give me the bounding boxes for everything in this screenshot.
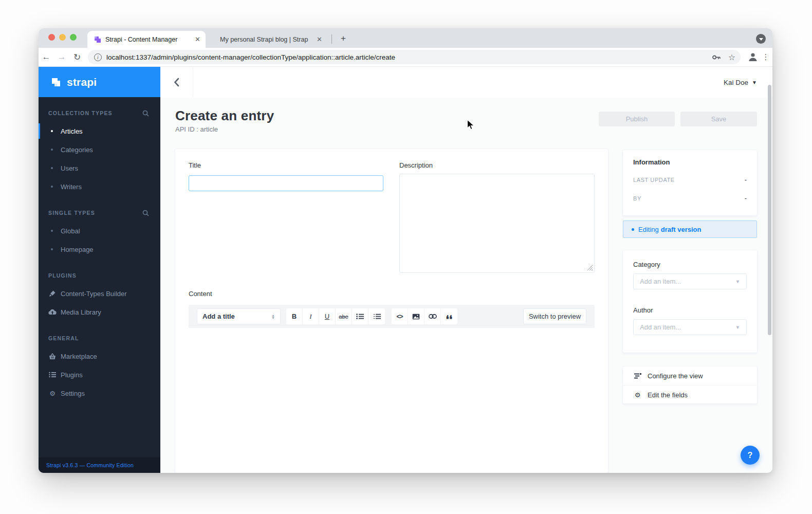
sidebar-item-marketplace[interactable]: Marketplace bbox=[39, 347, 160, 365]
screen: { "window": { "tabs": [ { "title": "Stra… bbox=[0, 0, 812, 514]
password-key-icon[interactable] bbox=[712, 54, 721, 60]
tab-strapi-blog[interactable]: My personal Strapi blog | Strap ✕ bbox=[209, 31, 327, 48]
list-icon bbox=[48, 372, 57, 378]
back-button[interactable] bbox=[160, 67, 193, 98]
tab-strapi-content-manager[interactable]: Strapi - Content Manager ✕ bbox=[87, 31, 206, 48]
layout-sliders-icon bbox=[634, 373, 641, 379]
editor-body[interactable] bbox=[189, 328, 595, 473]
edit-fields-link[interactable]: ⚙ Edit the fields bbox=[623, 386, 757, 404]
section-collection-types: COLLECTION TYPES bbox=[39, 109, 160, 117]
browser-menu-icon[interactable]: ⋮ bbox=[759, 52, 772, 62]
close-window-button[interactable] bbox=[48, 34, 55, 41]
bold-button[interactable]: B bbox=[286, 308, 303, 324]
gear-icon: ⚙ bbox=[48, 390, 57, 397]
tab-close-icon[interactable]: ✕ bbox=[195, 35, 200, 43]
by-row: BY - bbox=[633, 194, 747, 202]
sidebar-item-content-types-builder[interactable]: Content-Types Builder bbox=[39, 284, 160, 303]
page-subtitle: API ID : article bbox=[175, 125, 274, 133]
forward-icon[interactable]: → bbox=[54, 52, 69, 62]
sidebar-item-label: Homepage bbox=[61, 246, 94, 253]
address-bar[interactable]: i localhost:1337/admin/plugins/content-m… bbox=[88, 50, 741, 64]
search-icon[interactable] bbox=[142, 210, 149, 216]
category-label: Category bbox=[633, 261, 660, 268]
sidebar-item-settings[interactable]: ⚙ Settings bbox=[39, 384, 160, 402]
sidebar-item-users[interactable]: Users bbox=[39, 159, 160, 177]
switch-to-preview-button[interactable]: Switch to preview bbox=[523, 308, 586, 324]
ordered-list-button[interactable] bbox=[368, 308, 385, 324]
section-heading: COLLECTION TYPES bbox=[48, 110, 113, 116]
entry-form-card: Title Description Content Add a title ▲▼… bbox=[175, 149, 608, 473]
search-icon[interactable] bbox=[142, 110, 149, 117]
strapi-logo-text: strapi bbox=[67, 76, 97, 88]
profile-avatar-icon[interactable] bbox=[747, 51, 759, 63]
category-placeholder: Add an item... bbox=[640, 278, 681, 285]
link-label: Edit the fields bbox=[648, 391, 688, 399]
sidebar-item-label: Writers bbox=[61, 183, 82, 191]
category-select[interactable]: Add an item... ▼ bbox=[633, 273, 747, 289]
new-tab-button[interactable]: + bbox=[337, 32, 350, 45]
tab-close-icon[interactable]: ✕ bbox=[317, 35, 322, 43]
tab-divider bbox=[331, 34, 332, 44]
strapi-favicon bbox=[94, 36, 101, 43]
title-label: Title bbox=[189, 161, 201, 169]
bullet-icon bbox=[51, 186, 53, 188]
heading-select-value: Add a title bbox=[202, 313, 235, 320]
italic-button[interactable]: I bbox=[303, 308, 319, 324]
sidebar-item-global[interactable]: Global bbox=[39, 222, 160, 240]
scrollbar-thumb[interactable] bbox=[768, 85, 771, 335]
browser-toolbar: ← → ↻ i localhost:1337/admin/plugins/con… bbox=[39, 48, 772, 67]
user-name: Kai Doe bbox=[724, 79, 748, 86]
url-text[interactable]: localhost:1337/admin/plugins/content-man… bbox=[106, 53, 708, 61]
sidebar-item-plugins[interactable]: Plugins bbox=[39, 365, 160, 384]
section-heading: GENERAL bbox=[48, 335, 79, 341]
draft-version-banner: Editing draft version bbox=[623, 221, 757, 238]
link-button[interactable] bbox=[425, 308, 441, 324]
view-links-card: Configure the view ⚙ Edit the fields bbox=[623, 366, 757, 403]
blockquote-button[interactable]: ❛❛ bbox=[441, 308, 457, 324]
heading-select[interactable]: Add a title ▲▼ bbox=[197, 308, 281, 324]
information-card: Information LAST UPDATE - BY - bbox=[623, 150, 757, 215]
zoom-window-button[interactable] bbox=[70, 34, 77, 41]
author-select[interactable]: Add an item... ▼ bbox=[633, 319, 747, 335]
bullet-list-button[interactable] bbox=[352, 308, 368, 324]
strapi-logo[interactable]: strapi bbox=[39, 67, 160, 97]
help-button[interactable]: ? bbox=[741, 446, 760, 465]
code-button[interactable]: <> bbox=[392, 308, 408, 324]
sidebar-item-writers[interactable]: Writers bbox=[39, 177, 160, 196]
by-value: - bbox=[745, 194, 747, 202]
text-format-group: B I U abe bbox=[286, 308, 385, 324]
sidebar-nav: COLLECTION TYPES Articles Categories Use… bbox=[39, 97, 160, 457]
section-heading: SINGLE TYPES bbox=[48, 210, 95, 216]
by-label: BY bbox=[633, 195, 641, 201]
browser-window: Strapi - Content Manager ✕ My personal S… bbox=[39, 28, 772, 473]
site-info-icon[interactable]: i bbox=[94, 53, 102, 61]
minimize-window-button[interactable] bbox=[59, 34, 66, 41]
description-textarea[interactable] bbox=[399, 174, 595, 273]
version-footer[interactable]: Strapi v3.6.3 — Community Edition bbox=[39, 457, 160, 473]
title-input[interactable] bbox=[189, 175, 383, 191]
section-single-types: SINGLE TYPES bbox=[39, 209, 160, 216]
sidebar-item-homepage[interactable]: Homepage bbox=[39, 240, 160, 259]
image-button[interactable] bbox=[408, 308, 425, 324]
page-title: Create an entry bbox=[175, 108, 274, 124]
sidebar-item-articles[interactable]: Articles bbox=[39, 122, 160, 140]
sidebar-item-label: Plugins bbox=[61, 371, 83, 379]
draft-dot-icon bbox=[632, 228, 634, 231]
bookmark-star-icon[interactable]: ☆ bbox=[728, 52, 735, 62]
bullet-icon bbox=[51, 230, 53, 232]
strikethrough-button[interactable]: abe bbox=[336, 308, 352, 324]
insert-group: <> ❛❛ bbox=[392, 308, 457, 324]
tab-search-caret-icon[interactable] bbox=[756, 34, 766, 44]
underline-button[interactable]: U bbox=[319, 308, 336, 324]
draft-text-bold: draft version bbox=[661, 226, 702, 233]
window-controls bbox=[48, 34, 77, 41]
configure-view-link[interactable]: Configure the view bbox=[623, 366, 757, 385]
sidebar: strapi COLLECTION TYPES Articles Categor… bbox=[39, 67, 160, 473]
user-menu[interactable]: Kai Doe ▼ bbox=[724, 67, 757, 98]
reload-icon[interactable]: ↻ bbox=[69, 52, 85, 63]
sidebar-item-categories[interactable]: Categories bbox=[39, 140, 160, 159]
back-icon[interactable]: ← bbox=[39, 52, 54, 62]
publish-button[interactable]: Publish bbox=[599, 112, 675, 126]
save-button[interactable]: Save bbox=[680, 112, 757, 126]
sidebar-item-media-library[interactable]: Media Library bbox=[39, 303, 160, 321]
